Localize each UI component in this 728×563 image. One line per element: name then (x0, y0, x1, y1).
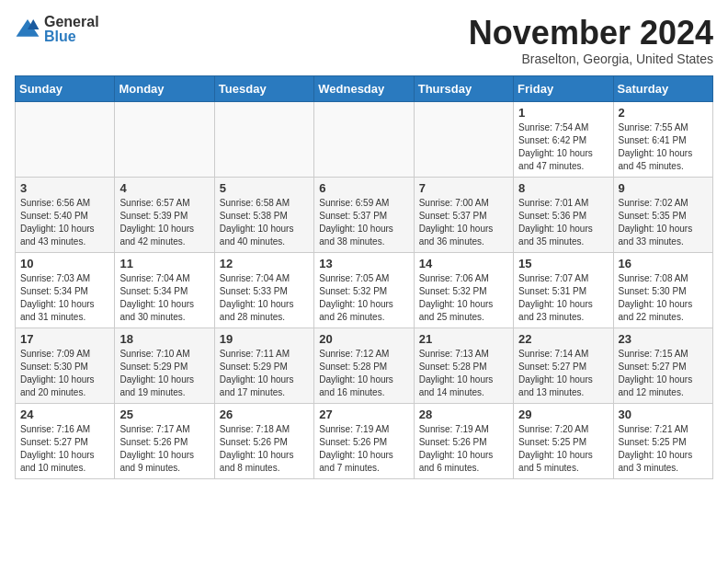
day-of-week-header: Monday (115, 75, 214, 101)
logo: General Blue (15, 15, 99, 44)
day-info: Sunrise: 7:19 AM Sunset: 5:26 PM Dayligh… (419, 423, 508, 475)
day-number: 14 (419, 257, 508, 270)
calendar-week-row: 24Sunrise: 7:16 AM Sunset: 5:27 PM Dayli… (16, 403, 713, 478)
title-area: November 2024 Braselton, Georgia, United… (469, 15, 713, 66)
calendar-day-cell: 7Sunrise: 7:00 AM Sunset: 5:37 PM Daylig… (414, 177, 513, 252)
calendar-day-cell: 11Sunrise: 7:04 AM Sunset: 5:34 PM Dayli… (115, 252, 214, 327)
day-info: Sunrise: 7:06 AM Sunset: 5:32 PM Dayligh… (419, 272, 508, 324)
calendar-day-cell: 10Sunrise: 7:03 AM Sunset: 5:34 PM Dayli… (16, 252, 115, 327)
day-info: Sunrise: 7:21 AM Sunset: 5:25 PM Dayligh… (619, 423, 708, 475)
day-info: Sunrise: 7:00 AM Sunset: 5:37 PM Dayligh… (419, 197, 508, 248)
day-number: 27 (319, 408, 408, 421)
logo-general-text: General (44, 15, 99, 29)
logo-icon (15, 17, 40, 42)
calendar-day-cell: 30Sunrise: 7:21 AM Sunset: 5:25 PM Dayli… (613, 403, 712, 478)
day-info: Sunrise: 7:09 AM Sunset: 5:30 PM Dayligh… (20, 348, 109, 399)
calendar-day-cell (16, 101, 115, 177)
page-header: General Blue November 2024 Braselton, Ge… (15, 15, 713, 66)
day-info: Sunrise: 7:12 AM Sunset: 5:28 PM Dayligh… (319, 348, 408, 399)
day-info: Sunrise: 7:20 AM Sunset: 5:25 PM Dayligh… (518, 423, 608, 475)
calendar-day-cell: 6Sunrise: 6:59 AM Sunset: 5:37 PM Daylig… (314, 177, 414, 252)
day-number: 15 (518, 257, 608, 270)
day-info: Sunrise: 7:04 AM Sunset: 5:33 PM Dayligh… (220, 272, 309, 324)
day-number: 20 (319, 332, 408, 346)
day-info: Sunrise: 6:57 AM Sunset: 5:39 PM Dayligh… (119, 197, 209, 248)
day-number: 18 (119, 332, 209, 346)
day-number: 7 (419, 181, 508, 195)
calendar-day-cell: 22Sunrise: 7:14 AM Sunset: 5:27 PM Dayli… (514, 327, 613, 403)
day-number: 16 (619, 257, 708, 270)
calendar-day-cell: 2Sunrise: 7:55 AM Sunset: 6:41 PM Daylig… (613, 101, 712, 177)
day-info: Sunrise: 6:58 AM Sunset: 5:38 PM Dayligh… (220, 197, 309, 248)
calendar-week-row: 17Sunrise: 7:09 AM Sunset: 5:30 PM Dayli… (16, 327, 713, 403)
day-number: 30 (619, 408, 708, 421)
day-number: 4 (119, 181, 209, 195)
calendar-day-cell (314, 101, 414, 177)
day-info: Sunrise: 7:18 AM Sunset: 5:26 PM Dayligh… (220, 423, 309, 475)
day-number: 11 (119, 257, 209, 270)
calendar-day-cell: 9Sunrise: 7:02 AM Sunset: 5:35 PM Daylig… (613, 177, 712, 252)
calendar-day-cell: 29Sunrise: 7:20 AM Sunset: 5:25 PM Dayli… (514, 403, 613, 478)
day-number: 29 (518, 408, 608, 421)
day-info: Sunrise: 6:56 AM Sunset: 5:40 PM Dayligh… (20, 197, 109, 248)
day-of-week-header: Saturday (613, 75, 712, 101)
month-title: November 2024 (469, 15, 713, 52)
day-info: Sunrise: 7:14 AM Sunset: 5:27 PM Dayligh… (518, 348, 608, 399)
calendar-week-row: 1Sunrise: 7:54 AM Sunset: 6:42 PM Daylig… (16, 101, 713, 177)
day-number: 17 (20, 332, 109, 346)
calendar-day-cell: 15Sunrise: 7:07 AM Sunset: 5:31 PM Dayli… (514, 252, 613, 327)
calendar-day-cell: 21Sunrise: 7:13 AM Sunset: 5:28 PM Dayli… (414, 327, 513, 403)
calendar-day-cell (115, 101, 214, 177)
calendar-day-cell: 16Sunrise: 7:08 AM Sunset: 5:30 PM Dayli… (613, 252, 712, 327)
day-info: Sunrise: 7:02 AM Sunset: 5:35 PM Dayligh… (619, 197, 708, 248)
day-of-week-header: Thursday (414, 75, 513, 101)
day-number: 26 (220, 408, 309, 421)
calendar-day-cell: 27Sunrise: 7:19 AM Sunset: 5:26 PM Dayli… (314, 403, 414, 478)
day-info: Sunrise: 7:10 AM Sunset: 5:29 PM Dayligh… (119, 348, 209, 399)
day-info: Sunrise: 7:05 AM Sunset: 5:32 PM Dayligh… (319, 272, 408, 324)
day-info: Sunrise: 7:16 AM Sunset: 5:27 PM Dayligh… (20, 423, 109, 475)
day-number: 6 (319, 181, 408, 195)
calendar-day-cell: 1Sunrise: 7:54 AM Sunset: 6:42 PM Daylig… (514, 101, 613, 177)
day-number: 22 (518, 332, 608, 346)
day-number: 23 (619, 332, 708, 346)
day-info: Sunrise: 7:55 AM Sunset: 6:41 PM Dayligh… (619, 121, 708, 173)
calendar-day-cell: 17Sunrise: 7:09 AM Sunset: 5:30 PM Dayli… (16, 327, 115, 403)
calendar-day-cell (414, 101, 513, 177)
location: Braselton, Georgia, United States (469, 52, 713, 66)
day-number: 1 (518, 106, 608, 120)
calendar-day-cell: 28Sunrise: 7:19 AM Sunset: 5:26 PM Dayli… (414, 403, 513, 478)
day-number: 28 (419, 408, 508, 421)
logo-blue-text: Blue (44, 29, 99, 44)
day-info: Sunrise: 7:04 AM Sunset: 5:34 PM Dayligh… (119, 272, 209, 324)
calendar-day-cell: 24Sunrise: 7:16 AM Sunset: 5:27 PM Dayli… (16, 403, 115, 478)
day-number: 13 (319, 257, 408, 270)
day-number: 12 (220, 257, 309, 270)
day-info: Sunrise: 7:03 AM Sunset: 5:34 PM Dayligh… (20, 272, 109, 324)
day-number: 8 (518, 181, 608, 195)
day-number: 3 (20, 181, 109, 195)
calendar-day-cell: 3Sunrise: 6:56 AM Sunset: 5:40 PM Daylig… (16, 177, 115, 252)
day-number: 25 (119, 408, 209, 421)
calendar-day-cell: 23Sunrise: 7:15 AM Sunset: 5:27 PM Dayli… (613, 327, 712, 403)
calendar-week-row: 3Sunrise: 6:56 AM Sunset: 5:40 PM Daylig… (16, 177, 713, 252)
day-info: Sunrise: 7:08 AM Sunset: 5:30 PM Dayligh… (619, 272, 708, 324)
day-info: Sunrise: 7:01 AM Sunset: 5:36 PM Dayligh… (518, 197, 608, 248)
calendar-day-cell: 19Sunrise: 7:11 AM Sunset: 5:29 PM Dayli… (214, 327, 313, 403)
calendar-day-cell (214, 101, 313, 177)
calendar-day-cell: 20Sunrise: 7:12 AM Sunset: 5:28 PM Dayli… (314, 327, 414, 403)
calendar-day-cell: 14Sunrise: 7:06 AM Sunset: 5:32 PM Dayli… (414, 252, 513, 327)
day-info: Sunrise: 7:07 AM Sunset: 5:31 PM Dayligh… (518, 272, 608, 324)
day-of-week-header: Sunday (16, 75, 115, 101)
calendar-day-cell: 13Sunrise: 7:05 AM Sunset: 5:32 PM Dayli… (314, 252, 414, 327)
calendar-week-row: 10Sunrise: 7:03 AM Sunset: 5:34 PM Dayli… (16, 252, 713, 327)
calendar-day-cell: 4Sunrise: 6:57 AM Sunset: 5:39 PM Daylig… (115, 177, 214, 252)
day-info: Sunrise: 7:17 AM Sunset: 5:26 PM Dayligh… (119, 423, 209, 475)
day-info: Sunrise: 6:59 AM Sunset: 5:37 PM Dayligh… (319, 197, 408, 248)
day-of-week-header: Friday (514, 75, 613, 101)
calendar-day-cell: 5Sunrise: 6:58 AM Sunset: 5:38 PM Daylig… (214, 177, 313, 252)
day-number: 2 (619, 106, 708, 120)
day-of-week-header: Tuesday (214, 75, 313, 101)
day-number: 19 (220, 332, 309, 346)
day-of-week-header: Wednesday (314, 75, 414, 101)
